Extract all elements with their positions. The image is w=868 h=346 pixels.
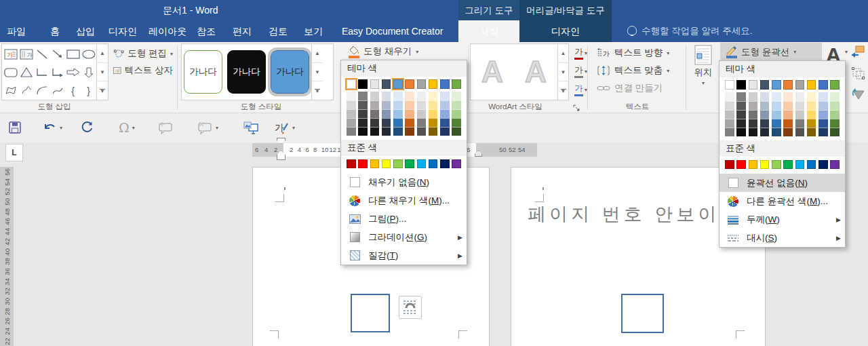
standard-color-swatch-2[interactable] xyxy=(358,159,368,169)
shape-fill-menu-item-1[interactable]: 채우기 없음(N) xyxy=(341,173,467,191)
theme-color-swatch-6[interactable] xyxy=(405,79,414,89)
variant-swatch[interactable] xyxy=(452,100,461,109)
variant-swatch[interactable] xyxy=(358,109,368,118)
shape-outline-menu-item-3[interactable]: 두께(W)▶ xyxy=(719,210,845,229)
tab-4[interactable]: 레이아웃 xyxy=(149,20,186,42)
theme-color-swatch-8[interactable] xyxy=(429,79,438,89)
shape-textbox[interactable]: 가 xyxy=(3,45,18,63)
dialog-launcher-icon[interactable] xyxy=(573,102,581,111)
variant-swatch[interactable] xyxy=(417,92,427,100)
tab-6[interactable]: 편지 xyxy=(233,20,252,42)
variant-swatch[interactable] xyxy=(736,101,746,110)
variant-swatch[interactable] xyxy=(795,128,805,136)
variant-swatch[interactable] xyxy=(749,128,758,136)
scroll-up-icon[interactable]: ▲ xyxy=(97,44,108,63)
rotate-button[interactable] xyxy=(850,87,867,102)
shape-elbow-arrow[interactable] xyxy=(50,63,65,81)
variant-swatch[interactable] xyxy=(405,100,414,109)
shape-freeform[interactable] xyxy=(3,81,18,100)
variant-swatch[interactable] xyxy=(393,109,403,118)
variant-swatch[interactable] xyxy=(830,128,840,136)
theme-color-swatch-3[interactable] xyxy=(749,80,758,90)
standard-color-swatch-4[interactable] xyxy=(382,159,391,169)
variant-swatch[interactable] xyxy=(783,119,793,128)
gallery-more-icon[interactable]: ▼ xyxy=(97,81,108,100)
variant-swatch[interactable] xyxy=(760,119,770,128)
variant-swatch[interactable] xyxy=(749,119,758,128)
variant-swatch[interactable] xyxy=(749,92,758,101)
theme-color-swatch-4[interactable] xyxy=(382,79,391,89)
variant-swatch[interactable] xyxy=(347,127,356,136)
variant-swatch[interactable] xyxy=(440,109,450,118)
variant-swatch[interactable] xyxy=(382,127,391,136)
variant-swatch[interactable] xyxy=(358,92,368,100)
text-box-shape-page1[interactable] xyxy=(351,294,390,332)
variant-swatch[interactable] xyxy=(393,127,403,136)
variant-swatch[interactable] xyxy=(807,101,816,110)
text-group-item-2[interactable]: 텍스트 맞춤▾ xyxy=(597,62,682,79)
variant-swatch[interactable] xyxy=(736,92,746,101)
variant-swatch[interactable] xyxy=(736,119,746,128)
standard-color-swatch-9[interactable] xyxy=(818,160,828,170)
variant-swatch[interactable] xyxy=(795,119,805,128)
shape-oval[interactable] xyxy=(81,45,96,63)
tab-2[interactable]: 삽입 xyxy=(76,20,95,42)
variant-swatch[interactable] xyxy=(760,110,770,119)
tab-8[interactable]: 보기 xyxy=(304,20,323,42)
tab-format[interactable]: 서식 xyxy=(458,20,519,42)
standard-color-swatch-5[interactable] xyxy=(393,159,403,169)
shape-elbow[interactable] xyxy=(34,63,50,81)
standard-color-swatch-5[interactable] xyxy=(772,160,781,170)
shape-outline-button[interactable]: 도형 윤곽선▾ xyxy=(720,43,822,61)
variant-swatch[interactable] xyxy=(382,118,391,127)
theme-color-swatch-7[interactable] xyxy=(417,79,427,89)
vertical-ruler[interactable]: 565452504846444240383634323028262422 xyxy=(0,167,14,346)
comment-add-button[interactable] xyxy=(157,119,174,136)
variant-swatch[interactable] xyxy=(393,92,403,100)
group-objects-button[interactable] xyxy=(850,66,867,81)
variant-swatch[interactable] xyxy=(818,128,828,136)
variant-swatch[interactable] xyxy=(783,101,793,110)
variant-swatch[interactable] xyxy=(830,92,840,101)
theme-color-swatch-6[interactable] xyxy=(783,80,793,90)
theme-color-swatch-4[interactable] xyxy=(760,80,770,90)
variant-swatch[interactable] xyxy=(440,92,450,100)
tab-5[interactable]: 참조 xyxy=(197,20,216,42)
text-box-shape-page2[interactable] xyxy=(621,294,664,333)
theme-color-swatch-3[interactable] xyxy=(370,79,380,89)
standard-color-swatch-9[interactable] xyxy=(440,159,450,169)
theme-color-swatch-7[interactable] xyxy=(795,80,805,90)
variant-swatch[interactable] xyxy=(772,101,781,110)
variant-swatch[interactable] xyxy=(347,109,356,118)
variant-swatch[interactable] xyxy=(772,119,781,128)
shape-style-chip-2[interactable]: 가나다 xyxy=(227,50,266,94)
shape-brace-right[interactable]: } xyxy=(81,81,96,100)
theme-color-swatch-10[interactable] xyxy=(452,79,461,89)
standard-color-swatch-2[interactable] xyxy=(736,160,746,170)
layout-options-button[interactable] xyxy=(399,296,422,319)
shape-outline-menu-item-4[interactable]: 대시(S)▶ xyxy=(719,229,845,247)
shape-line[interactable] xyxy=(34,45,50,63)
variant-swatch[interactable] xyxy=(370,127,380,136)
variant-swatch[interactable] xyxy=(347,100,356,109)
textbox-button[interactable]: 가텍스트 상자 xyxy=(111,62,176,79)
standard-color-swatch-1[interactable] xyxy=(725,160,734,170)
tab-stop-selector[interactable]: L xyxy=(5,144,23,161)
variant-swatch[interactable] xyxy=(795,101,805,110)
text-group-item-1[interactable]: 가텍스트 방향▾ xyxy=(597,45,682,61)
variant-swatch[interactable] xyxy=(429,109,438,118)
theme-color-swatch-2[interactable] xyxy=(358,79,368,89)
standard-color-swatch-7[interactable] xyxy=(417,159,427,169)
variant-swatch[interactable] xyxy=(405,92,414,100)
variant-swatch[interactable] xyxy=(440,118,450,127)
shape-block-arrow-right[interactable] xyxy=(65,63,81,81)
tab-7[interactable]: 검토 xyxy=(269,20,288,42)
shape-arc[interactable] xyxy=(34,81,50,100)
variant-swatch[interactable] xyxy=(405,109,414,118)
variant-swatch[interactable] xyxy=(370,109,380,118)
shape-outline-menu-item-2[interactable]: 다른 윤곽선 색(M)... xyxy=(719,192,845,210)
shape-rect[interactable] xyxy=(65,45,81,63)
standard-color-swatch-3[interactable] xyxy=(749,160,758,170)
shape-style-chip-3[interactable]: 가나다 xyxy=(271,50,309,94)
variant-swatch[interactable] xyxy=(358,100,368,109)
